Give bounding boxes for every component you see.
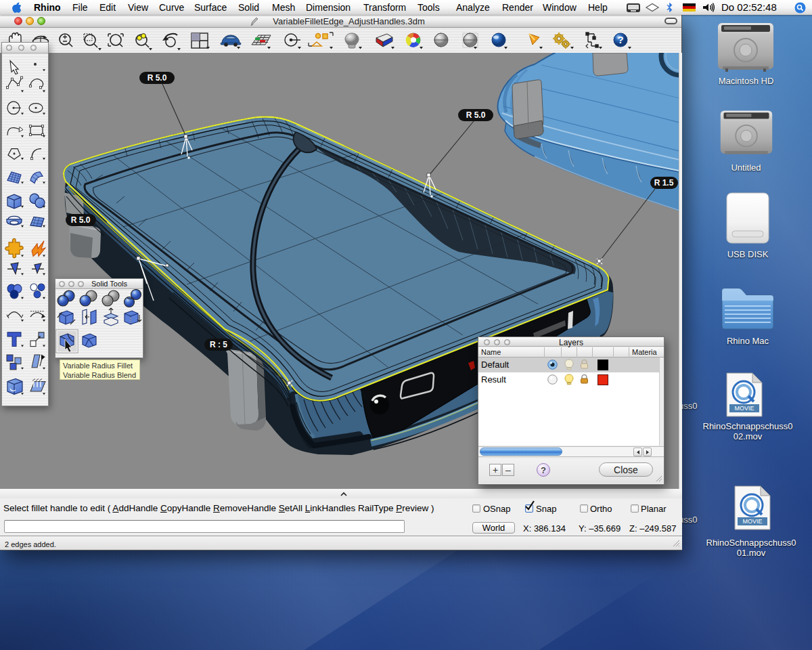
svg-text:MOVIE: MOVIE [734, 405, 754, 412]
svg-text:MOVIE: MOVIE [742, 518, 762, 525]
svg-text:R 1.5: R 1.5 [654, 178, 674, 188]
svg-text:R 5.0: R 5.0 [466, 110, 486, 120]
svg-text:R 5.0: R 5.0 [71, 215, 91, 225]
svg-text:R 5.0: R 5.0 [148, 73, 167, 83]
svg-text:R : 5: R : 5 [210, 340, 227, 349]
svg-text:?: ? [617, 34, 623, 45]
